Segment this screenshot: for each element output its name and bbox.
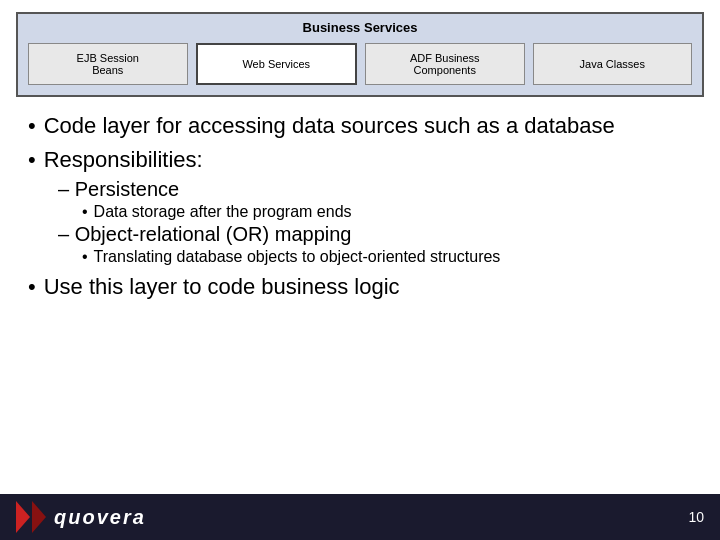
dash-persistence-text: – Persistence — [58, 178, 179, 201]
tab-adf-label: ADF BusinessComponents — [410, 52, 480, 76]
diagram-tabs: EJB SessionBeans Web Services ADF Busine… — [28, 43, 692, 85]
chevron-red-icon — [16, 501, 30, 533]
logo-chevrons — [16, 501, 46, 533]
tab-web-services[interactable]: Web Services — [196, 43, 358, 85]
sub-bullet-or-text: Translating database objects to object-o… — [94, 248, 501, 266]
tab-java[interactable]: Java Classes — [533, 43, 693, 85]
tab-web-services-label: Web Services — [242, 58, 310, 70]
sub-bullet-persistence-text: Data storage after the program ends — [94, 203, 352, 221]
dash-or-mapping-text: – Object-relational (OR) mapping — [58, 223, 351, 246]
diagram-area: Business Services EJB SessionBeans Web S… — [0, 0, 720, 105]
sub-section-persistence: – Persistence • Data storage after the p… — [58, 178, 692, 221]
bullet-1-text: Code layer for accessing data sources su… — [44, 111, 615, 141]
slide-container: Business Services EJB SessionBeans Web S… — [0, 0, 720, 540]
dash-persistence: – Persistence — [58, 178, 692, 201]
chevron-dark-icon — [32, 501, 46, 533]
content-area: • Code layer for accessing data sources … — [0, 105, 720, 494]
tab-adf[interactable]: ADF BusinessComponents — [365, 43, 525, 85]
bullet-1: • Code layer for accessing data sources … — [28, 111, 692, 141]
tab-ejb-label: EJB SessionBeans — [77, 52, 139, 76]
bullet-bottom-dot: • — [28, 272, 36, 302]
page-number: 10 — [688, 509, 704, 525]
bullet-2-dot: • — [28, 145, 36, 175]
tab-ejb[interactable]: EJB SessionBeans — [28, 43, 188, 85]
sub-bullet-persistence-1: • Data storage after the program ends — [82, 203, 692, 221]
footer-logo: quovera — [16, 501, 146, 533]
diagram-box: Business Services EJB SessionBeans Web S… — [16, 12, 704, 97]
sub-bullet-or-dot: • — [82, 248, 88, 266]
sub-section-or-mapping: – Object-relational (OR) mapping • Trans… — [58, 223, 692, 266]
bullet-2-text: Responsibilities: — [44, 145, 203, 175]
dash-or-mapping: – Object-relational (OR) mapping — [58, 223, 692, 246]
footer: quovera 10 — [0, 494, 720, 540]
bullet-1-dot: • — [28, 111, 36, 141]
diagram-title: Business Services — [28, 20, 692, 35]
bullet-bottom-text: Use this layer to code business logic — [44, 272, 400, 302]
bullet-2: • Responsibilities: — [28, 145, 692, 175]
logo-text: quovera — [54, 506, 146, 529]
bullet-bottom: • Use this layer to code business logic — [28, 272, 692, 302]
sub-bullet-persistence-dot: • — [82, 203, 88, 221]
tab-java-label: Java Classes — [580, 58, 645, 70]
sub-bullet-or-1: • Translating database objects to object… — [82, 248, 692, 266]
